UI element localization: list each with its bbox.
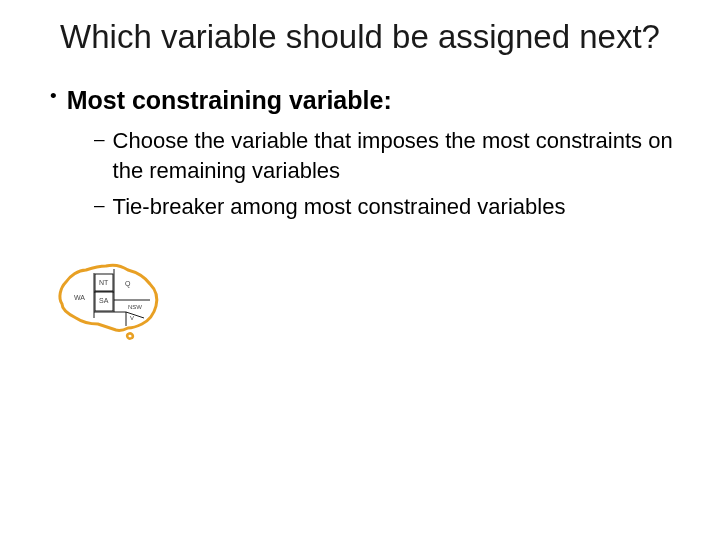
label-nt: NT xyxy=(99,279,109,286)
label-q: Q xyxy=(125,280,131,288)
label-sa: SA xyxy=(99,297,109,304)
label-nsw: NSW xyxy=(128,304,142,310)
bullet-dash-icon: – xyxy=(94,126,105,152)
bullet-dot-icon: • xyxy=(50,84,57,109)
bullet-text: Tie-breaker among most constrained varia… xyxy=(113,192,566,222)
slide: Which variable should be assigned next? … xyxy=(0,0,720,540)
australia-map: WA NT Q SA NSW V xyxy=(50,256,680,350)
map-svg: WA NT Q SA NSW V xyxy=(50,256,170,346)
bullet-text: Most constraining variable: xyxy=(67,84,392,117)
bullet-text: Choose the variable that imposes the mos… xyxy=(113,126,680,185)
tasmania-icon xyxy=(127,333,133,338)
label-wa: WA xyxy=(74,294,85,301)
bullet-level1: • Most constraining variable: xyxy=(40,84,680,117)
bullet-level2: – Tie-breaker among most constrained var… xyxy=(94,192,680,222)
label-v: V xyxy=(130,315,134,321)
slide-title: Which variable should be assigned next? xyxy=(40,18,680,56)
bullet-level2: – Choose the variable that imposes the m… xyxy=(94,126,680,185)
bullet-dash-icon: – xyxy=(94,192,105,218)
